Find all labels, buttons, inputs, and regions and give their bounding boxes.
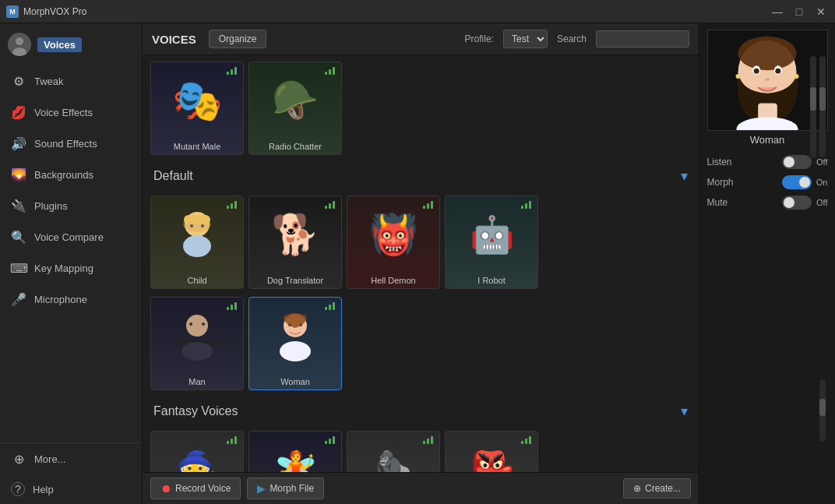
voice-card-nasty-gnome[interactable]: 👺 Nasty Gnome	[445, 431, 538, 472]
voice-name: Child	[151, 276, 243, 285]
create-button[interactable]: ⊕ Create...	[623, 478, 691, 499]
voice-image	[151, 196, 243, 273]
voice-card-dwarf[interactable]: 🧙 Dwarf	[150, 431, 244, 472]
mute-toggle-row: Off	[782, 196, 827, 210]
voice-name: I Robot	[446, 276, 537, 285]
toggle-knob	[784, 197, 794, 208]
voice-card-dog-translator[interactable]: 🐕 Dog Translator	[248, 196, 342, 289]
sidebar-user: Voices	[0, 26, 142, 62]
voice-image: 👹	[347, 196, 439, 273]
voice-effects-icon: 💋	[11, 104, 26, 120]
profile-select[interactable]: Test	[503, 30, 548, 48]
search-label: Search	[557, 33, 587, 44]
svg-point-13	[181, 342, 213, 361]
tweak-icon: ⚙	[11, 73, 26, 89]
maximize-button[interactable]: □	[791, 4, 807, 19]
sidebar-item-more[interactable]: ⊕ More...	[0, 443, 142, 474]
listen-state: Off	[816, 157, 827, 167]
sidebar: Voices ⚙ Tweak 💋 Voice Effects 🔊 Sound E…	[0, 23, 143, 504]
listen-toggle[interactable]	[782, 155, 812, 169]
create-label: Create...	[645, 483, 681, 494]
sidebar-item-tweak[interactable]: ⚙ Tweak	[0, 65, 142, 97]
svg-point-25	[765, 78, 770, 81]
morph-label: Morph	[707, 177, 734, 188]
svg-point-7	[201, 224, 204, 227]
sidebar-item-help[interactable]: ? Help	[0, 474, 142, 504]
slider-1[interactable]	[810, 56, 816, 157]
sidebar-item-voice-effects[interactable]: 💋 Voice Effects	[0, 97, 142, 128]
man-woman-grid: Man	[150, 297, 691, 390]
svg-point-17	[280, 341, 311, 361]
create-icon: ⊕	[633, 483, 641, 494]
voice-card-child[interactable]: Child	[150, 196, 244, 289]
section-title: Fantasy Voices	[153, 404, 238, 418]
voice-name: Woman	[249, 377, 341, 386]
sidebar-item-label: Plugins	[34, 200, 68, 212]
svg-point-28	[735, 74, 740, 79]
mute-control: Mute Off	[707, 196, 828, 210]
sidebar-item-label: Tweak	[34, 76, 64, 87]
sidebar-item-sound-effects[interactable]: 🔊 Sound Effects	[0, 128, 142, 159]
sound-effects-icon: 🔊	[11, 136, 26, 151]
morph-toggle-row: On	[782, 175, 828, 189]
search-input[interactable]	[596, 30, 689, 48]
close-button[interactable]: ✕	[813, 4, 829, 19]
mute-toggle[interactable]	[782, 196, 812, 210]
content-area: VOICES Organize Profile: Test Search 🎭	[143, 23, 699, 504]
sidebar-item-microphone[interactable]: 🎤 Microphone	[0, 284, 142, 315]
sidebar-item-backgrounds[interactable]: 🌄 Backgrounds	[0, 159, 142, 190]
slider-3[interactable]	[819, 379, 826, 442]
titlebar: M MorphVOX Pro — □ ✕	[0, 0, 835, 23]
organize-button[interactable]: Organize	[209, 30, 267, 48]
toggle-knob	[784, 157, 794, 167]
voice-card-female-pixie[interactable]: 🧚 Female Pixie	[248, 431, 342, 472]
voice-card-man[interactable]: Man	[150, 297, 244, 390]
morph-toggle[interactable]	[782, 175, 812, 189]
minimize-button[interactable]: —	[770, 4, 785, 19]
default-voice-grid: Child 🐕 Dog Translator	[150, 196, 691, 289]
sidebar-item-plugins[interactable]: 🔌 Plugins	[0, 190, 142, 221]
section-header-fantasy: Fantasy Voices ▾	[150, 398, 691, 425]
sidebar-item-label: Voice Effects	[34, 107, 93, 118]
record-voice-label: Record Voice	[175, 483, 231, 494]
voice-card-mutant-male[interactable]: 🎭 Mutant Male	[150, 62, 244, 155]
listen-label: Listen	[707, 157, 732, 167]
sidebar-username[interactable]: Voices	[37, 37, 82, 52]
backgrounds-icon: 🌄	[11, 167, 26, 182]
svg-point-20	[738, 37, 796, 70]
microphone-icon: 🎤	[11, 291, 26, 307]
sidebar-item-key-mapping[interactable]: ⌨ Key Mapping	[0, 252, 142, 284]
svg-point-6	[190, 224, 193, 227]
right-panel: Woman Listen Off Morph On Mute	[699, 23, 835, 504]
voice-name: Radio Chatter	[249, 142, 341, 151]
morph-file-label: Morph File	[270, 483, 314, 494]
collapse-icon[interactable]: ▾	[681, 167, 688, 185]
voice-image: 🐕	[249, 196, 341, 273]
morph-file-button[interactable]: ▶ Morph File	[247, 478, 324, 499]
sidebar-item-label: Help	[33, 484, 54, 495]
app-icon: M	[6, 5, 19, 18]
slider-thumb-1	[810, 87, 816, 111]
voice-card-i-robot[interactable]: 🤖 I Robot	[445, 196, 538, 289]
slider-thumb-3	[819, 399, 826, 416]
mute-label: Mute	[707, 197, 728, 208]
voice-card-woman[interactable]: Woman	[248, 297, 342, 390]
sidebar-item-voice-compare[interactable]: 🔍 Voice Compare	[0, 221, 142, 252]
collapse-icon[interactable]: ▾	[681, 403, 688, 420]
app-title: MorphVOX Pro	[23, 6, 770, 17]
voice-card-hell-demon[interactable]: 👹 Hell Demon	[347, 196, 440, 289]
bottombar: ⏺ Record Voice ▶ Morph File ⊕ Create...	[143, 472, 699, 504]
svg-point-23	[753, 69, 759, 74]
slider-2[interactable]	[819, 56, 826, 157]
voice-card-giant[interactable]: 🦍 Giant	[347, 431, 440, 472]
svg-rect-5	[184, 215, 210, 224]
voice-grid-wrapper[interactable]: 🎭 Mutant Male 🪖 Radio Chatter Default ▾	[143, 55, 699, 472]
svg-point-1	[16, 37, 23, 45]
sidebar-item-label: Voice Compare	[34, 231, 104, 243]
help-icon: ?	[11, 482, 25, 496]
voice-card-radio-chatter[interactable]: 🪖 Radio Chatter	[248, 62, 342, 155]
svg-point-10	[189, 322, 192, 326]
record-voice-button[interactable]: ⏺ Record Voice	[150, 478, 241, 499]
vertical-sliders	[810, 56, 826, 157]
voice-compare-icon: 🔍	[11, 229, 26, 245]
